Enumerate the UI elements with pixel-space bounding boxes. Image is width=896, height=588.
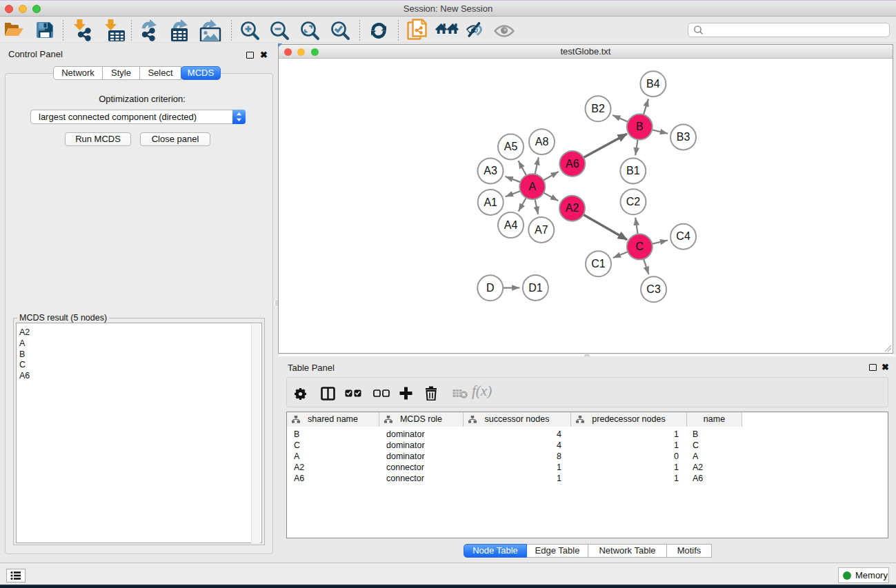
- svg-text:A7: A7: [535, 224, 548, 236]
- svg-text:A: A: [528, 181, 536, 192]
- svg-text:A3: A3: [484, 165, 497, 176]
- svg-text:B4: B4: [646, 78, 660, 90]
- svg-text:A5: A5: [504, 141, 518, 152]
- svg-text:C1: C1: [591, 258, 606, 270]
- svg-text:B: B: [636, 121, 644, 132]
- svg-text:C3: C3: [646, 283, 661, 295]
- svg-text:A4: A4: [504, 219, 518, 231]
- svg-text:C4: C4: [676, 230, 690, 242]
- svg-text:D1: D1: [528, 282, 543, 294]
- svg-text:A1: A1: [484, 196, 497, 208]
- svg-text:A2: A2: [566, 202, 579, 214]
- svg-text:B1: B1: [626, 165, 640, 176]
- svg-text:B2: B2: [591, 103, 605, 114]
- svg-text:A8: A8: [535, 136, 549, 148]
- svg-text:A6: A6: [566, 158, 579, 170]
- svg-text:B3: B3: [677, 131, 690, 143]
- svg-text:C: C: [636, 241, 644, 252]
- svg-text:D: D: [486, 282, 495, 294]
- svg-text:C2: C2: [626, 196, 641, 207]
